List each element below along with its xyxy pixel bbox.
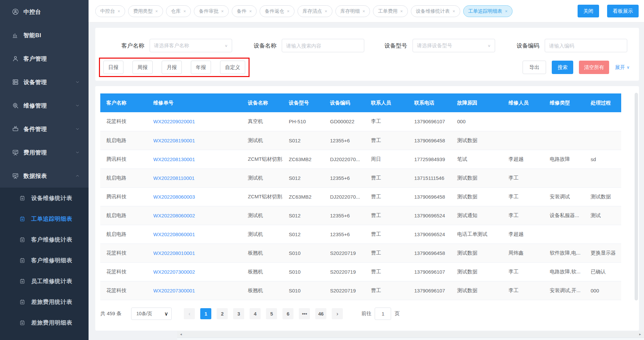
- filter-input[interactable]: [545, 39, 627, 52]
- sidebar-item[interactable]: 智能BI: [0, 23, 89, 47]
- table-cell: 航启电路: [100, 168, 147, 187]
- table-cell: sd: [585, 150, 621, 168]
- filter-actions: 导出 搜索 清空所有 展开∨: [523, 61, 630, 74]
- filter-select[interactable]: 请选择设备型号∨: [413, 39, 495, 52]
- select-placeholder: 请选择客户名称: [154, 43, 224, 49]
- sidebar-item[interactable]: 中控台: [0, 0, 89, 23]
- report-range-button[interactable]: 年报: [191, 61, 211, 74]
- table-cell: 软件故障,电...: [544, 244, 585, 262]
- tab[interactable]: 备件返仓×: [260, 5, 294, 17]
- clear-all-button[interactable]: 清空所有: [579, 61, 609, 74]
- sidebar-subitem[interactable]: 工单追踪明细表: [0, 208, 89, 229]
- table-cell: 曹工: [365, 206, 408, 225]
- sidebar-item[interactable]: 备件管理: [0, 117, 89, 141]
- filter-input[interactable]: [282, 39, 364, 52]
- close-tab-icon[interactable]: ×: [400, 9, 403, 14]
- sidebar-subitem[interactable]: 客户维修明细表: [0, 250, 89, 271]
- order-number-link[interactable]: WX202207300001: [153, 288, 195, 293]
- expand-toggle[interactable]: 展开∨: [615, 64, 630, 71]
- sidebar-subitem[interactable]: 设备维修统计表: [0, 188, 89, 208]
- close-button[interactable]: 关闭: [578, 5, 599, 17]
- sidebar-subitem[interactable]: 员工维修统计表: [0, 271, 89, 291]
- page-button[interactable]: 46: [315, 308, 326, 319]
- order-number-link[interactable]: WX202208010001: [153, 250, 195, 256]
- chevron-down-icon: [75, 150, 80, 155]
- tab[interactable]: 中控台×: [95, 5, 125, 17]
- close-tab-icon[interactable]: ×: [452, 9, 455, 14]
- order-number-link[interactable]: WX202208060001: [153, 231, 195, 237]
- close-tab-icon[interactable]: ×: [325, 9, 327, 14]
- horizontal-scrollbar[interactable]: ◄ ►: [177, 331, 644, 338]
- page-button[interactable]: 2: [217, 308, 228, 319]
- order-number-link[interactable]: WX202208130001: [153, 156, 195, 162]
- order-number-link[interactable]: WX202208110001: [153, 175, 195, 181]
- sidebar-item[interactable]: 数据报表: [0, 164, 89, 188]
- order-number-link[interactable]: WX202208060003: [153, 194, 195, 200]
- close-tab-icon[interactable]: ×: [155, 9, 158, 14]
- close-tab-icon[interactable]: ×: [221, 9, 224, 14]
- table-cell: 17725984939: [408, 150, 451, 168]
- tab[interactable]: 备件审批×: [194, 5, 229, 17]
- tab[interactable]: 库存清点×: [298, 5, 332, 17]
- board-display-button[interactable]: 看板展示: [607, 5, 639, 17]
- tab[interactable]: 库存明细×: [335, 5, 370, 17]
- more-pages-button[interactable]: •••: [299, 308, 310, 319]
- page-button[interactable]: 4: [250, 308, 261, 319]
- total-count-label: 共 459 条: [100, 311, 121, 317]
- chevron-down-icon: [75, 127, 80, 131]
- close-tab-icon[interactable]: ×: [118, 9, 120, 14]
- search-button[interactable]: 搜索: [552, 61, 573, 74]
- table-cell: 000: [451, 112, 502, 131]
- order-number-link[interactable]: WX202208190001: [153, 138, 195, 143]
- next-page-button[interactable]: ›: [332, 308, 343, 319]
- order-number-cell: WX202209020001: [147, 112, 242, 131]
- tab[interactable]: 备件×: [232, 5, 257, 17]
- close-tab-icon[interactable]: ×: [287, 9, 289, 14]
- filter-actions-row: 日报周报月报年报自定义 导出 搜索 清空所有 展开∨: [95, 58, 639, 77]
- report-range-button[interactable]: 月报: [162, 61, 182, 74]
- tab[interactable]: 仓库×: [166, 5, 191, 17]
- prev-page-button[interactable]: ‹: [184, 308, 195, 319]
- notebook-icon: [19, 278, 25, 284]
- table-cell: 测试机: [242, 131, 283, 150]
- order-number-link[interactable]: WX202208060002: [153, 213, 195, 218]
- tab[interactable]: 费用类型×: [128, 5, 163, 17]
- filter-select[interactable]: 请选择客户名称∨: [150, 39, 232, 52]
- tab[interactable]: 工单追踪明细表×: [463, 5, 513, 17]
- text-input[interactable]: [286, 43, 360, 49]
- table-cell: [502, 112, 544, 131]
- close-tab-icon[interactable]: ×: [505, 9, 507, 14]
- page-size-select[interactable]: 10条/页 ∨: [131, 308, 172, 320]
- sidebar-subitem-label: 设备维修统计表: [31, 194, 72, 202]
- goto-page-input[interactable]: [375, 308, 391, 320]
- order-number-link[interactable]: WX202207300002: [153, 269, 195, 275]
- report-range-button[interactable]: 日报: [103, 61, 123, 74]
- report-range-button[interactable]: 周报: [132, 61, 153, 74]
- table-cell: 测试机: [242, 225, 283, 244]
- page-button[interactable]: 6: [282, 308, 293, 319]
- sidebar-item[interactable]: 维修管理: [0, 94, 89, 117]
- chevron-down-icon: ∨: [224, 44, 228, 48]
- page-button[interactable]: 3: [233, 308, 244, 319]
- order-number-link[interactable]: WX202209020001: [153, 119, 195, 124]
- sidebar-subitem[interactable]: 客户维修统计表: [0, 229, 89, 250]
- close-tab-icon[interactable]: ×: [183, 9, 186, 14]
- scroll-right-icon[interactable]: ►: [639, 331, 642, 338]
- sidebar-subitem[interactable]: 差旅费用统计表: [0, 291, 89, 312]
- table-cell: 测试数据: [451, 131, 502, 150]
- sidebar-item[interactable]: 设备管理: [0, 70, 89, 94]
- vertical-scrollbar[interactable]: [635, 93, 638, 300]
- scroll-left-icon[interactable]: ◄: [179, 331, 182, 338]
- sidebar-item[interactable]: 客户管理: [0, 47, 89, 70]
- page-button[interactable]: 5: [266, 308, 277, 319]
- report-range-button[interactable]: 自定义: [220, 61, 245, 74]
- sidebar-item[interactable]: 费用管理: [0, 141, 89, 164]
- sidebar-subitem[interactable]: 差旅费用明细表: [0, 312, 89, 333]
- close-tab-icon[interactable]: ×: [249, 9, 252, 14]
- tab[interactable]: 设备维修统计表×: [411, 5, 460, 17]
- tab[interactable]: 工单费用×: [373, 5, 408, 17]
- close-tab-icon[interactable]: ×: [363, 9, 365, 14]
- text-input[interactable]: [549, 43, 623, 49]
- page-button[interactable]: 1: [200, 308, 211, 319]
- export-button[interactable]: 导出: [523, 61, 546, 74]
